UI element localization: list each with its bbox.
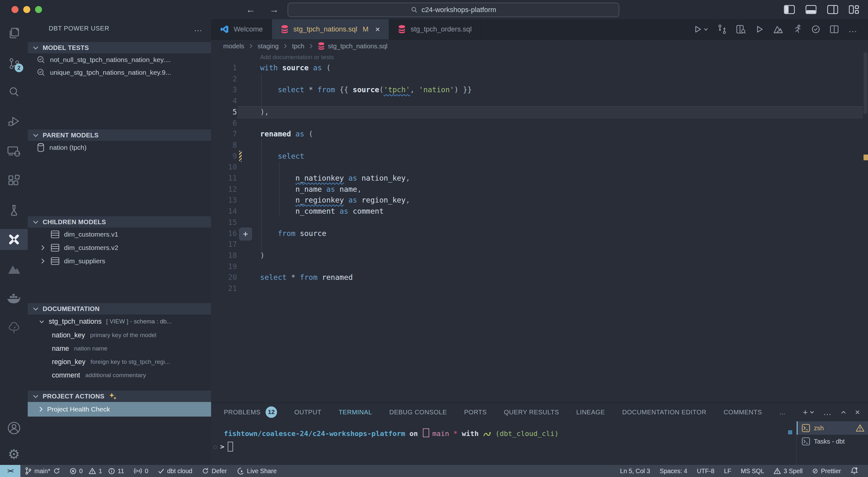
child-model-item[interactable]: dim_customers.v2 bbox=[28, 241, 211, 254]
editor-scrollbar[interactable] bbox=[864, 52, 867, 114]
breadcrumb-item[interactable]: tpch bbox=[292, 42, 304, 50]
child-model-item[interactable]: dim_customers.v1 bbox=[28, 228, 211, 241]
spell-checker-status[interactable]: 3 Spell bbox=[769, 468, 807, 475]
dbt-cloud-status[interactable]: dbt cloud bbox=[153, 468, 197, 475]
tab-stg-tpch-nations[interactable]: stg_tpch_nations.sql M × bbox=[272, 19, 389, 39]
panel-tab-query-results[interactable]: QUERY RESULTS bbox=[504, 409, 559, 416]
codelens-add-documentation[interactable]: Add documentation or tests bbox=[260, 54, 334, 61]
doc-column-row[interactable]: name nation name bbox=[28, 342, 211, 355]
chevron-right-icon[interactable] bbox=[39, 245, 46, 250]
maximize-panel-icon[interactable] bbox=[841, 411, 846, 414]
panel-tab-problems[interactable]: PROBLEMS12 bbox=[224, 406, 277, 418]
sidebar-more-actions-icon[interactable]: … bbox=[194, 24, 203, 33]
runner-icon[interactable] bbox=[793, 25, 802, 34]
section-parent-models[interactable]: PARENT MODELS bbox=[28, 129, 211, 141]
panel-tab-ports[interactable]: PORTS bbox=[464, 409, 487, 416]
tab-stg-tpch-orders[interactable]: stg_tpch_orders.sql bbox=[389, 19, 481, 39]
section-model-tests[interactable]: MODEL TESTS bbox=[28, 42, 211, 54]
run-icon[interactable] bbox=[755, 25, 764, 33]
ports-status[interactable]: 0 bbox=[129, 468, 153, 475]
doc-column-row[interactable]: comment additional commentary bbox=[28, 369, 211, 382]
open-preview-icon[interactable] bbox=[736, 25, 746, 34]
check-circle-icon[interactable] bbox=[811, 25, 820, 34]
breadcrumb-item[interactable]: models bbox=[223, 42, 244, 50]
terminal-list-item-tasks-dbt[interactable]: Tasks - dbt bbox=[797, 435, 868, 448]
command-center-search[interactable]: c24-workshops-platform bbox=[287, 3, 619, 17]
branch-status[interactable]: main* bbox=[20, 467, 65, 475]
eol-status[interactable]: LF bbox=[719, 468, 736, 475]
sidebar-item-project-tree[interactable] bbox=[0, 317, 28, 338]
defer-status[interactable]: Defer bbox=[197, 468, 232, 475]
sidebar-item-explorer[interactable] bbox=[0, 23, 28, 43]
chevron-right-icon[interactable] bbox=[39, 258, 46, 264]
customize-layout-icon[interactable] bbox=[849, 5, 859, 14]
remote-indicator[interactable]: >< bbox=[0, 465, 20, 477]
terminal-view[interactable]: fishtown/coalesce-24/c24-workshops-platf… bbox=[211, 421, 797, 465]
terminal-list-item-zsh[interactable]: zsh bbox=[797, 421, 868, 435]
settings-button[interactable]: ⚙ bbox=[0, 444, 28, 465]
documentation-model-row[interactable]: stg_tpch_nations [ VIEW ] - schema : db.… bbox=[28, 314, 211, 329]
panel-tab-lineage[interactable]: LINEAGE bbox=[576, 409, 605, 416]
problems-status[interactable]: 0 1 11 bbox=[65, 468, 129, 475]
maximize-window-button[interactable] bbox=[35, 6, 42, 13]
split-editor-icon[interactable] bbox=[830, 25, 839, 33]
panel-tab-output[interactable]: OUTPUT bbox=[294, 409, 321, 416]
section-children-models[interactable]: CHILDREN MODELS bbox=[28, 216, 211, 228]
run-with-dropdown-icon[interactable] bbox=[693, 25, 708, 33]
live-share-status[interactable]: Live Share bbox=[232, 467, 281, 475]
cursor-position-status[interactable]: Ln 5, Col 3 bbox=[615, 468, 655, 475]
project-health-check-item[interactable]: Project Health Check bbox=[28, 402, 211, 417]
sidebar-item-altimate[interactable] bbox=[0, 259, 28, 280]
child-model-item[interactable]: dim_suppliers bbox=[28, 254, 211, 268]
model-test-item[interactable]: unique_stg_tpch_nations_nation_key.9... bbox=[28, 66, 211, 79]
sidebar-item-docker[interactable] bbox=[0, 288, 28, 309]
panel-tab-debug-console[interactable]: DEBUG CONSOLE bbox=[390, 409, 447, 416]
doc-column-row[interactable]: region_key foreign key to stg_tpch_regi.… bbox=[28, 355, 211, 369]
sidebar-item-remote-explorer[interactable] bbox=[0, 141, 28, 162]
toggle-sidebar-icon[interactable] bbox=[784, 5, 795, 14]
add-button[interactable]: + bbox=[239, 228, 252, 240]
code-editor[interactable]: Add documentation or tests 1234567891011… bbox=[211, 52, 868, 403]
close-icon[interactable]: × bbox=[375, 25, 380, 34]
sidebar-item-dbt-power-user[interactable] bbox=[0, 229, 28, 250]
navigate-forward-icon[interactable]: → bbox=[269, 4, 279, 15]
encoding-status[interactable]: UTF-8 bbox=[692, 468, 719, 475]
panel-tab-comments[interactable]: COMMENTS bbox=[723, 409, 762, 416]
sidebar-item-search[interactable] bbox=[0, 81, 28, 102]
notifications-status[interactable] bbox=[846, 467, 863, 475]
sidebar-item-source-control[interactable]: 2 bbox=[0, 53, 28, 74]
language-mode-status[interactable]: MS SQL bbox=[736, 468, 769, 475]
panel-tab-terminal[interactable]: TERMINAL bbox=[339, 409, 372, 416]
chevron-down-icon[interactable] bbox=[39, 320, 44, 323]
breadcrumb-item[interactable]: staging bbox=[257, 42, 279, 50]
close-panel-icon[interactable]: × bbox=[855, 407, 860, 417]
navigate-back-icon[interactable]: ← bbox=[246, 4, 255, 15]
toggle-panel-icon[interactable] bbox=[806, 5, 816, 14]
sidebar-item-extensions[interactable] bbox=[0, 170, 28, 192]
toggle-secondary-sidebar-icon[interactable] bbox=[827, 5, 838, 14]
indentation-status[interactable]: Spaces: 4 bbox=[655, 468, 692, 475]
search-text: c24-workshops-platform bbox=[422, 6, 496, 14]
doc-column-row[interactable]: nation_key primary key of the model bbox=[28, 329, 211, 342]
git-compare-icon[interactable] bbox=[718, 25, 726, 34]
command-decoration-icon[interactable]: ○ bbox=[214, 444, 217, 450]
more-actions-icon[interactable]: … bbox=[848, 24, 858, 34]
sidebar-item-testing[interactable] bbox=[0, 200, 28, 221]
panel-tab-documentation-editor[interactable]: DOCUMENTATION EDITOR bbox=[622, 409, 706, 416]
model-test-item[interactable]: not_null_stg_tpch_nations_nation_key.... bbox=[28, 54, 211, 66]
section-documentation[interactable]: DOCUMENTATION bbox=[28, 303, 211, 314]
tab-welcome[interactable]: Welcome bbox=[211, 19, 272, 39]
section-project-actions[interactable]: PROJECT ACTIONS bbox=[28, 390, 211, 402]
accounts-button[interactable] bbox=[0, 417, 28, 439]
parent-model-item[interactable]: nation (tpch) bbox=[28, 141, 211, 154]
new-terminal-button[interactable]: + bbox=[803, 407, 814, 417]
minimize-window-button[interactable] bbox=[23, 6, 30, 13]
sidebar-item-run-debug[interactable] bbox=[0, 111, 28, 132]
prettier-status[interactable]: ⊘ Prettier bbox=[807, 467, 846, 475]
panel-more-actions-icon[interactable]: … bbox=[823, 407, 832, 417]
altimate-mountain-icon[interactable] bbox=[773, 25, 783, 34]
close-window-button[interactable] bbox=[11, 6, 19, 13]
breadcrumb-item-file[interactable]: stg_tpch_nations.sql bbox=[318, 42, 388, 50]
more-tabs-icon[interactable]: … bbox=[779, 409, 786, 416]
line-number: 5 bbox=[211, 106, 237, 118]
